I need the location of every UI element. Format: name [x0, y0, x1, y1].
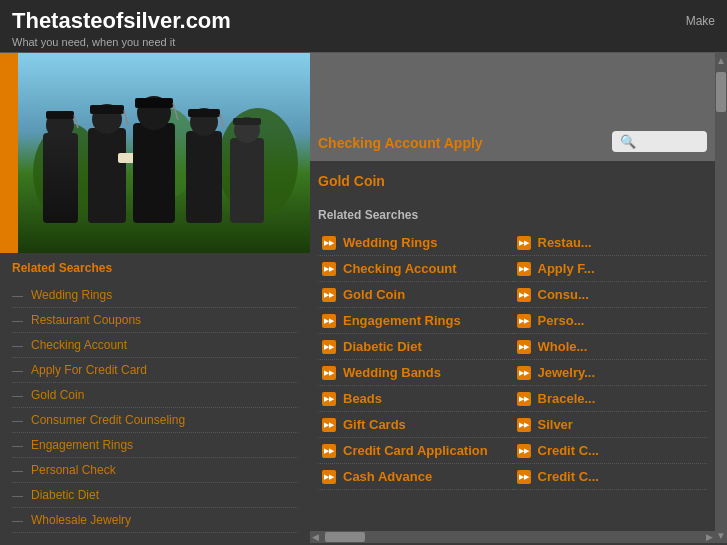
- sidebar-item-checking-account[interactable]: — Checking Account: [12, 333, 298, 358]
- svg-rect-19: [188, 109, 220, 117]
- sidebar-item-consumer-credit[interactable]: — Consumer Credit Counseling: [12, 408, 298, 433]
- related-grid: ▶ Wedding Rings ▶ Checking Account: [318, 230, 707, 490]
- site-title: Thetasteofsilver.com: [12, 8, 231, 34]
- sidebar-related-title: Related Searches: [12, 261, 298, 275]
- related-item-jewelry[interactable]: ▶ Jewelry...: [513, 360, 708, 386]
- sidebar-link-label: Apply For Credit Card: [31, 363, 147, 377]
- related-item-credit-c1[interactable]: ▶ Credit C...: [513, 438, 708, 464]
- related-item-label: Diabetic Diet: [343, 339, 422, 354]
- related-item-label: Restau...: [538, 235, 592, 250]
- related-item-icon: ▶: [322, 470, 336, 484]
- svg-rect-8: [88, 128, 126, 223]
- scrollbar-horizontal[interactable]: ◀ ▶: [310, 531, 715, 543]
- sidebar-link-label: Wedding Rings: [31, 288, 112, 302]
- related-item-label: Credit C...: [538, 469, 599, 484]
- right-header-band: 🔍 Checking Account Apply: [310, 53, 715, 161]
- arrow-icon: —: [12, 464, 23, 476]
- arrow-icon: —: [12, 289, 23, 301]
- sidebar-item-engagement-rings[interactable]: — Engagement Rings: [12, 433, 298, 458]
- related-item-engagement-rings[interactable]: ▶ Engagement Rings: [318, 308, 513, 334]
- sidebar-link-label: Engagement Rings: [31, 438, 133, 452]
- related-item-icon: ▶: [322, 236, 336, 250]
- related-item-diabetic-diet[interactable]: ▶ Diabetic Diet: [318, 334, 513, 360]
- related-panel-title: Related Searches: [318, 208, 707, 222]
- related-item-label: Gift Cards: [343, 417, 406, 432]
- sidebar-link-label: Diabetic Diet: [31, 488, 99, 502]
- sidebar-item-wedding-rings[interactable]: — Wedding Rings: [12, 283, 298, 308]
- svg-rect-10: [90, 105, 124, 114]
- related-item-icon: ▶: [517, 314, 531, 328]
- related-item-gift-cards[interactable]: ▶ Gift Cards: [318, 412, 513, 438]
- related-item-credit-card-app[interactable]: ▶ Credit Card Application: [318, 438, 513, 464]
- related-item-label: Whole...: [538, 339, 588, 354]
- top-bar: Thetasteofsilver.com What you need, when…: [0, 0, 727, 53]
- related-item-label: Silver: [538, 417, 573, 432]
- scroll-down-arrow[interactable]: ▼: [714, 528, 727, 543]
- sidebar-item-apply-credit-card[interactable]: — Apply For Credit Card: [12, 358, 298, 383]
- related-item-label: Engagement Rings: [343, 313, 461, 328]
- related-item-credit-c2[interactable]: ▶ Credit C...: [513, 464, 708, 490]
- svg-rect-23: [233, 118, 261, 125]
- related-item-label: Beads: [343, 391, 382, 406]
- related-item-icon: ▶: [517, 470, 531, 484]
- search-bar[interactable]: 🔍: [612, 131, 707, 152]
- scrollbar-vertical[interactable]: ▲ ▼: [715, 53, 727, 543]
- sidebar-link-label: Checking Account: [31, 338, 127, 352]
- sidebar-item-wholesale-jewelry[interactable]: — Wholesale Jewelry: [12, 508, 298, 533]
- related-item-icon: ▶: [517, 444, 531, 458]
- related-item-checking-account[interactable]: ▶ Checking Account: [318, 256, 513, 282]
- related-item-icon: ▶: [322, 418, 336, 432]
- related-item-label: Jewelry...: [538, 365, 596, 380]
- related-item-beads[interactable]: ▶ Beads: [318, 386, 513, 412]
- arrow-icon: —: [12, 489, 23, 501]
- gold-coin-overlay[interactable]: Gold Coin: [318, 173, 385, 189]
- related-item-label: Gold Coin: [343, 287, 405, 302]
- sidebar-link-label: Consumer Credit Counseling: [31, 413, 185, 427]
- related-item-icon: ▶: [322, 314, 336, 328]
- svg-rect-17: [186, 131, 222, 223]
- related-item-apply[interactable]: ▶ Apply F...: [513, 256, 708, 282]
- related-item-silver[interactable]: ▶ Silver: [513, 412, 708, 438]
- related-item-icon: ▶: [517, 366, 531, 380]
- related-item-restaurant[interactable]: ▶ Restau...: [513, 230, 708, 256]
- sidebar-item-gold-coin[interactable]: — Gold Coin: [12, 383, 298, 408]
- scroll-left-arrow[interactable]: ◀: [310, 532, 321, 542]
- arrow-icon: —: [12, 364, 23, 376]
- scroll-h-thumb[interactable]: [325, 532, 365, 542]
- checking-apply-header[interactable]: Checking Account Apply: [318, 135, 615, 151]
- related-item-icon: ▶: [322, 288, 336, 302]
- related-item-icon: ▶: [517, 340, 531, 354]
- svg-rect-6: [46, 111, 74, 119]
- related-item-icon: ▶: [517, 262, 531, 276]
- sidebar-item-restaurant-coupons[interactable]: — Restaurant Coupons: [12, 308, 298, 333]
- related-item-personal[interactable]: ▶ Perso...: [513, 308, 708, 334]
- related-item-wedding-bands[interactable]: ▶ Wedding Bands: [318, 360, 513, 386]
- sidebar-link-label: Wholesale Jewelry: [31, 513, 131, 527]
- related-item-icon: ▶: [517, 288, 531, 302]
- related-item-label: Wedding Bands: [343, 365, 441, 380]
- related-searches-panel: Related Searches ▶ Wedding Rings: [310, 198, 715, 531]
- sidebar-item-personal-check[interactable]: — Personal Check: [12, 458, 298, 483]
- related-item-icon: ▶: [322, 444, 336, 458]
- related-item-icon: ▶: [322, 340, 336, 354]
- related-item-consumer[interactable]: ▶ Consu...: [513, 282, 708, 308]
- related-item-wholesale[interactable]: ▶ Whole...: [513, 334, 708, 360]
- related-item-icon: ▶: [322, 366, 336, 380]
- related-item-cash-advance[interactable]: ▶ Cash Advance: [318, 464, 513, 490]
- make-link[interactable]: Make: [686, 14, 715, 28]
- related-item-gold-coin[interactable]: ▶ Gold Coin: [318, 282, 513, 308]
- related-item-label: Consu...: [538, 287, 589, 302]
- svg-rect-21: [230, 138, 264, 223]
- related-item-icon: ▶: [517, 418, 531, 432]
- related-item-icon: ▶: [322, 262, 336, 276]
- svg-rect-13: [133, 123, 175, 223]
- svg-rect-15: [135, 98, 173, 108]
- related-item-bracelet[interactable]: ▶ Bracele...: [513, 386, 708, 412]
- sidebar-item-diabetic-diet[interactable]: — Diabetic Diet: [12, 483, 298, 508]
- related-item-wedding-rings[interactable]: ▶ Wedding Rings: [318, 230, 513, 256]
- related-item-label: Perso...: [538, 313, 585, 328]
- related-item-label: Cash Advance: [343, 469, 432, 484]
- sidebar: Related Searches — Wedding Rings — Resta…: [0, 53, 310, 543]
- scroll-thumb[interactable]: [716, 72, 726, 112]
- scroll-up-arrow[interactable]: ▲: [714, 53, 727, 68]
